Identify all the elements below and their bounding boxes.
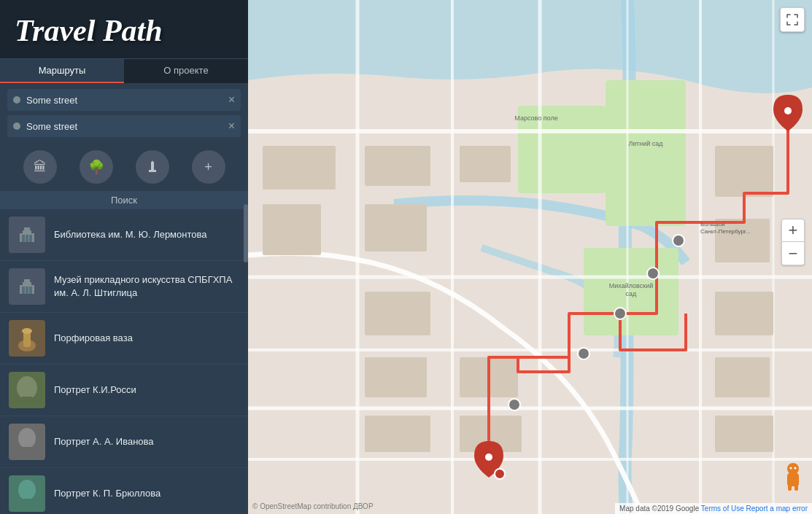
search-label: Поиск: [0, 191, 248, 209]
report-link[interactable]: Report a map error: [746, 505, 808, 513]
svg-rect-75: [794, 485, 798, 491]
svg-rect-53: [365, 416, 430, 452]
svg-point-18: [17, 376, 37, 400]
place-item-5[interactable]: Портрет А. А. Иванова: [0, 416, 248, 468]
svg-rect-6: [22, 235, 25, 242]
svg-point-71: [787, 463, 799, 475]
place-name-1: Библиотека им. М. Ю. Лермонтова: [54, 228, 207, 241]
fullscreen-button[interactable]: [780, 7, 805, 32]
zoom-out-button[interactable]: −: [781, 242, 805, 265]
terms-link[interactable]: Terms of Use: [701, 505, 744, 513]
svg-rect-25: [606, 80, 686, 226]
sidebar: Travel Path Маршруты О проекте Some stre…: [0, 0, 248, 514]
svg-rect-5: [24, 227, 30, 230]
svg-point-72: [790, 467, 792, 470]
svg-point-69: [784, 107, 792, 114]
route-end-input[interactable]: Some street: [26, 121, 224, 132]
svg-rect-14: [29, 287, 32, 294]
route-end-row: Some street ×: [7, 115, 241, 137]
category-nature-btn[interactable]: 🌳: [80, 150, 113, 184]
places-list[interactable]: Библиотека им. М. Ю. Лермонтова Музей пр…: [0, 209, 248, 514]
svg-rect-10: [23, 282, 31, 285]
svg-rect-41: [365, 146, 430, 186]
sidebar-scrollbar[interactable]: [244, 204, 248, 262]
app-title: Travel Path: [15, 13, 233, 48]
map-background: Марсово поле Летний сад Михайловский сад…: [248, 0, 812, 514]
category-monument-btn[interactable]: [136, 150, 169, 184]
place-name-3: Порфировая ваза: [54, 332, 133, 345]
place-name-2: Музей прикладного искусства СПБГХПА им. …: [54, 273, 239, 300]
route-start-dot: [13, 96, 20, 104]
svg-rect-12: [22, 287, 25, 294]
map-container[interactable]: Марсово поле Летний сад Михайловский сад…: [248, 0, 812, 514]
pegman-control[interactable]: [781, 459, 805, 492]
place-item-1[interactable]: Библиотека им. М. Ю. Лермонтова: [0, 209, 248, 261]
place-item-3[interactable]: Порфировая ваза: [0, 313, 248, 365]
svg-rect-50: [715, 357, 770, 397]
svg-rect-46: [715, 292, 773, 335]
svg-rect-74: [788, 485, 792, 491]
svg-rect-47: [365, 292, 430, 335]
route-start-input[interactable]: Some street: [26, 95, 224, 106]
place-thumb-1: [9, 217, 45, 253]
place-thumb-5: [9, 424, 45, 460]
svg-point-67: [495, 469, 505, 479]
svg-point-60: [673, 235, 684, 246]
svg-rect-70: [787, 473, 799, 486]
category-museum-btn[interactable]: 🏛: [23, 150, 57, 184]
openstreetmap-logo: © OpenStreetMap contribution ДВОР: [252, 502, 374, 510]
route-start-close[interactable]: ×: [224, 93, 235, 106]
svg-rect-1: [149, 170, 156, 172]
svg-text:Летний сад: Летний сад: [628, 140, 663, 147]
svg-rect-40: [263, 204, 321, 255]
svg-point-63: [578, 348, 589, 359]
svg-rect-43: [460, 146, 511, 182]
zoom-controls: + −: [781, 219, 805, 265]
svg-rect-4: [23, 230, 31, 233]
zoom-in-button[interactable]: +: [781, 219, 805, 242]
map-data-text: Map data ©2019 Google: [619, 505, 699, 513]
place-thumb-3: [9, 320, 45, 357]
svg-point-73: [794, 467, 797, 470]
place-item-4[interactable]: Портрет К.И.Росси: [0, 365, 248, 416]
svg-point-22: [18, 480, 36, 500]
place-thumb-4: [9, 372, 45, 408]
category-icons: 🏛 🌳 +: [0, 143, 248, 191]
route-end-close[interactable]: ×: [224, 120, 235, 133]
category-add-btn[interactable]: +: [192, 150, 225, 184]
svg-rect-44: [715, 146, 773, 197]
svg-rect-51: [715, 416, 773, 452]
svg-point-17: [22, 328, 32, 334]
svg-text:Михайловский: Михайловский: [609, 282, 654, 289]
svg-point-66: [485, 453, 492, 461]
route-start-row: Some street ×: [7, 89, 241, 111]
svg-rect-8: [29, 235, 32, 242]
place-thumb-2: [9, 268, 45, 305]
svg-rect-23: [22, 499, 32, 509]
svg-rect-11: [24, 279, 30, 282]
route-end-dot: [13, 122, 20, 130]
svg-point-20: [18, 428, 36, 448]
svg-text:Санкт-Петербург...: Санкт-Петербург...: [700, 228, 750, 235]
svg-rect-7: [26, 235, 28, 242]
place-item-2[interactable]: Музей прикладного искусства СПБГХПА им. …: [0, 261, 248, 313]
svg-rect-48: [365, 357, 427, 397]
place-item-6[interactable]: Портрет К. П. Брюллова: [0, 468, 248, 514]
svg-rect-13: [26, 287, 28, 294]
place-name-5: Портрет А. А. Иванова: [54, 435, 154, 448]
tab-routes[interactable]: Маршруты: [0, 59, 124, 83]
svg-rect-21: [22, 447, 32, 457]
svg-point-62: [614, 308, 626, 319]
route-inputs: Some street × Some street ×: [0, 83, 248, 143]
svg-point-64: [509, 399, 520, 410]
svg-rect-42: [365, 204, 427, 252]
sidebar-header: Travel Path: [0, 0, 248, 59]
svg-rect-19: [22, 397, 32, 405]
tab-about[interactable]: О проекте: [124, 59, 248, 83]
svg-text:Марсово поле: Марсово поле: [514, 114, 557, 122]
tab-bar: Маршруты О проекте: [0, 59, 248, 83]
place-name-6: Портрет К. П. Брюллова: [54, 487, 161, 500]
svg-text:сад: сад: [626, 290, 638, 297]
svg-point-61: [647, 268, 659, 279]
place-thumb-6: [9, 475, 45, 512]
